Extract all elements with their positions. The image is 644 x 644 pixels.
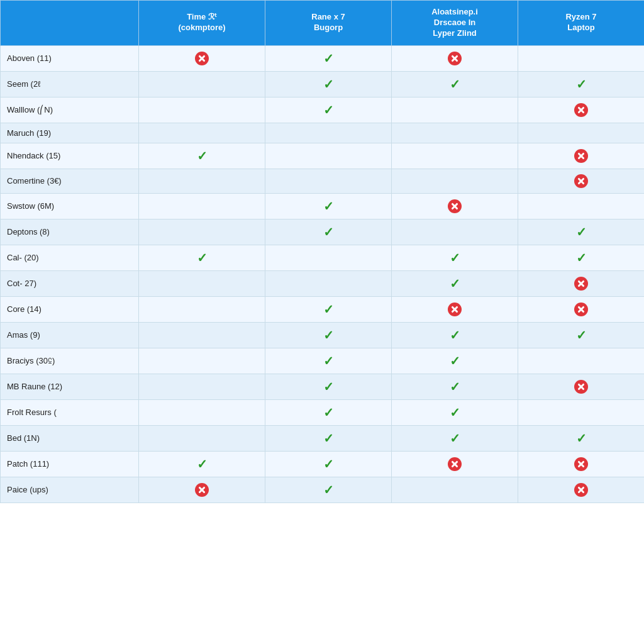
cross-icon [448,303,462,316]
cell-value [139,97,265,123]
row-label: Cal- (20) [1,245,139,270]
cell-value [518,169,645,193]
cell-value: ✓ [265,296,392,322]
table-row: Paice (ups)✓ [1,477,645,502]
cell-value [518,143,645,169]
cross-icon [574,149,588,163]
row-label: Bed (1N) [1,425,139,451]
cross-icon [574,380,588,394]
cell-value: ✓ [265,71,392,97]
column-header-feature-col [1,1,139,46]
cell-value: ✓ [518,71,645,97]
check-icon: ✓ [197,457,208,471]
check-icon: ✓ [576,328,587,342]
cell-value: ✓ [139,451,265,477]
cell-value [392,477,518,502]
cell-value [265,245,392,270]
table-row: Deptons (8)✓✓ [1,219,645,245]
cell-value [265,123,392,143]
check-icon: ✓ [450,251,460,265]
column-header-col2: Rane x 7Bugorp [265,1,392,46]
table-row: Patch (111)✓✓ [1,451,645,477]
table-row: Swstow (6M)✓ [1,193,645,219]
cross-icon [448,52,462,65]
cell-value: ✓ [139,245,265,270]
check-icon: ✓ [576,431,587,445]
check-icon: ✓ [323,199,334,213]
cell-value: ✓ [265,451,392,477]
check-icon: ✓ [197,251,208,265]
cross-icon [574,277,588,291]
check-icon: ✓ [323,483,334,497]
row-label: Paice (ups) [1,477,139,502]
cell-value: ✓ [518,219,645,245]
cell-value [392,45,518,71]
cell-value [518,123,645,143]
cell-value: ✓ [265,374,392,399]
check-icon: ✓ [323,328,334,342]
check-icon: ✓ [323,354,334,368]
cell-value [139,425,265,451]
check-icon: ✓ [323,225,334,239]
cell-value: ✓ [392,322,518,348]
table-row: Frolt Resurs (✓✓ [1,399,645,425]
table-row: Bed (1N)✓✓✓ [1,425,645,451]
check-icon: ✓ [323,406,334,419]
cross-icon [574,103,588,117]
cell-value [139,477,265,502]
cell-value: ✓ [265,399,392,425]
cross-icon [574,483,588,497]
cross-icon [574,303,588,316]
row-label: Aboven (11) [1,45,139,71]
check-icon: ✓ [323,103,334,117]
check-icon: ✓ [576,251,587,265]
cell-value: ✓ [265,45,392,71]
check-icon: ✓ [197,149,208,163]
cell-value [392,169,518,193]
row-label: Patch (111) [1,451,139,477]
cell-value [139,399,265,425]
table-row: Maruch (19) [1,123,645,143]
cell-value: ✓ [265,97,392,123]
column-header-col1: Time ℛᵗ(cokmptore) [139,1,265,46]
cell-value [518,193,645,219]
row-label: Braciys (30⃀) [1,348,139,374]
cell-value [518,348,645,374]
table-row: Comertine (3€) [1,169,645,193]
table-row: Core (14)✓ [1,296,645,322]
table-row: Nhendack (15)✓ [1,143,645,169]
row-label: Core (14) [1,296,139,322]
cell-value [518,399,645,425]
cell-value: ✓ [265,193,392,219]
table-row: MB Raune (12)✓✓ [1,374,645,399]
cell-value: ✓ [265,477,392,502]
check-icon: ✓ [450,328,460,342]
table-row: Braciys (30⃀)✓✓ [1,348,645,374]
cell-value [139,270,265,296]
check-icon: ✓ [323,380,334,394]
cell-value: ✓ [392,270,518,296]
cell-value: ✓ [392,71,518,97]
cell-value [139,322,265,348]
cell-value: ✓ [265,219,392,245]
cross-icon [574,174,588,188]
cell-value [392,219,518,245]
cell-value [392,123,518,143]
cell-value [392,451,518,477]
cell-value [518,477,645,502]
row-label: Amas (9) [1,322,139,348]
check-icon: ✓ [323,457,334,471]
row-label: Deptons (8) [1,219,139,245]
cell-value: ✓ [392,348,518,374]
check-icon: ✓ [323,52,334,65]
cell-value: ✓ [518,425,645,451]
cell-value [518,97,645,123]
table-row: Cot- 27)✓ [1,270,645,296]
check-icon: ✓ [450,354,460,368]
cell-value [392,143,518,169]
check-icon: ✓ [323,77,334,91]
cell-value [139,348,265,374]
cell-value: ✓ [265,425,392,451]
cell-value [392,296,518,322]
cross-icon [574,457,588,471]
